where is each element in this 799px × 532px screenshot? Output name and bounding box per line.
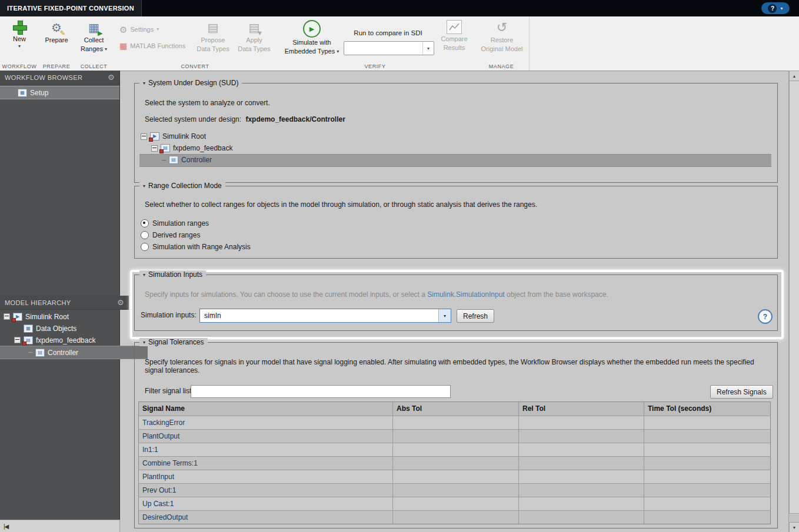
- cell-rel-tol[interactable]: [519, 443, 644, 457]
- cell-time-tol[interactable]: [644, 443, 770, 457]
- column-header-abs-tol[interactable]: Abs Tol: [393, 402, 519, 416]
- cell-abs-tol[interactable]: [393, 484, 519, 497]
- tree-item-simulink-root[interactable]: ▶ Simulink Root: [0, 310, 123, 323]
- filter-signal-input[interactable]: [191, 385, 451, 398]
- propose-data-types-button[interactable]: ▤ Propose Data Types: [194, 20, 232, 53]
- radio-derived-ranges[interactable]: Derived ranges: [141, 231, 200, 239]
- tree-item-fxpdemo-feedback[interactable]: ▤ fxpdemo_feedback: [0, 334, 134, 346]
- radio-icon[interactable]: [141, 243, 149, 251]
- cell-time-tol[interactable]: [644, 430, 770, 443]
- column-header-rel-tol[interactable]: Rel Tol: [519, 402, 644, 416]
- refresh-signals-button[interactable]: Refresh Signals: [710, 385, 773, 399]
- table-row[interactable]: Combine Terms:1: [139, 457, 770, 470]
- cell-signal-name[interactable]: Prev Out:1: [139, 484, 393, 497]
- cell-rel-tol[interactable]: [519, 430, 644, 443]
- matlab-functions-button[interactable]: ▦ MATLAB Functions: [119, 40, 185, 52]
- chevron-down-icon[interactable]: ▾: [438, 309, 451, 322]
- sud-tree-item-simulink-root[interactable]: ▶ Simulink Root: [141, 131, 206, 142]
- scrollbar-thumb[interactable]: [789, 81, 799, 514]
- refresh-button[interactable]: Refresh: [457, 309, 494, 323]
- data-objects-icon: ▦: [24, 324, 33, 333]
- controller-label: Controller: [48, 349, 78, 357]
- settings-button[interactable]: ⚙ Settings ▾: [119, 24, 159, 35]
- chevron-down-icon: ▾: [105, 47, 107, 52]
- cell-abs-tol[interactable]: [393, 416, 519, 430]
- tab-iterative-fixed-point-conversion[interactable]: ITERATIVE FIXED-POINT CONVERSION: [0, 0, 142, 16]
- cell-time-tol[interactable]: [644, 484, 770, 497]
- cell-signal-name[interactable]: In1:1: [139, 443, 393, 457]
- help-button[interactable]: ? ▾: [761, 2, 790, 14]
- cell-rel-tol[interactable]: [519, 484, 644, 497]
- table-row[interactable]: Up Cast:1: [139, 497, 770, 511]
- cell-abs-tol[interactable]: [393, 497, 519, 511]
- table-row[interactable]: Prev Out:1: [139, 484, 770, 497]
- cell-signal-name[interactable]: TrackingError: [139, 416, 393, 430]
- table-row[interactable]: DesiredOutput: [139, 511, 770, 524]
- tree-item-data-objects[interactable]: ▦ Data Objects: [0, 322, 143, 334]
- collect-ranges-button[interactable]: ▦ ▶ Collect Ranges ▾: [78, 20, 110, 53]
- cell-time-tol[interactable]: [644, 457, 770, 470]
- prepare-button[interactable]: ⚙ ✎ Prepare: [43, 20, 70, 44]
- radio-icon[interactable]: [141, 231, 149, 239]
- sud-tree-item-fxpdemo-feedback[interactable]: ▤ fxpdemo_feedback: [151, 142, 232, 154]
- tree-item-controller[interactable]: ─ ▤ Controller: [0, 346, 148, 359]
- cell-abs-tol[interactable]: [393, 511, 519, 524]
- cell-time-tol[interactable]: [644, 416, 770, 430]
- cell-time-tol[interactable]: [644, 497, 770, 511]
- cell-abs-tol[interactable]: [393, 457, 519, 470]
- range-mode-description: Select whether to collect ranges for obj…: [145, 200, 763, 209]
- column-header-time-tol[interactable]: Time Tol (seconds): [644, 402, 770, 416]
- apply-data-types-button[interactable]: ▤ ▼ Apply Data Types: [235, 20, 274, 53]
- cell-rel-tol[interactable]: [519, 416, 644, 430]
- cell-signal-name[interactable]: DesiredOutput: [139, 511, 393, 524]
- section-help-button[interactable]: ?: [758, 309, 773, 324]
- radio-simulation-range-analysis[interactable]: Simulation with Range Analysis: [141, 243, 251, 251]
- cell-signal-name[interactable]: PlantInput: [139, 470, 393, 484]
- collapse-sidebar-icon[interactable]: |◀: [4, 523, 8, 530]
- collapse-expander-icon[interactable]: [141, 133, 147, 140]
- cell-rel-tol[interactable]: [519, 511, 644, 524]
- cell-abs-tol[interactable]: [393, 470, 519, 484]
- table-row[interactable]: PlantOutput: [139, 430, 770, 443]
- sud-tree-item-controller[interactable]: ─ ▤ Controller: [162, 154, 212, 166]
- table-row[interactable]: In1:1: [139, 443, 770, 457]
- collapse-expander-icon[interactable]: [14, 337, 21, 343]
- cell-signal-name[interactable]: Combine Terms:1: [139, 457, 393, 470]
- cell-abs-tol[interactable]: [393, 430, 519, 443]
- chevron-down-icon[interactable]: ▾: [422, 42, 434, 55]
- restore-icon: ↺: [494, 20, 510, 35]
- sidebar-item-setup[interactable]: ▦ Setup: [0, 86, 119, 99]
- matlab-functions-label: MATLAB Functions: [130, 42, 185, 50]
- compare-results-button[interactable]: Compare Results: [437, 20, 472, 52]
- table-row[interactable]: PlantInput: [139, 470, 770, 484]
- collapse-section-icon[interactable]: ▾: [143, 81, 145, 86]
- simulink-root-icon: ▶: [150, 132, 159, 140]
- simulation-inputs-combobox[interactable]: simIn ▾: [199, 309, 451, 323]
- cell-rel-tol[interactable]: [519, 470, 644, 484]
- table-row[interactable]: TrackingError: [139, 416, 770, 430]
- collapse-section-icon[interactable]: ▾: [143, 272, 145, 277]
- collapse-expander-icon[interactable]: [4, 313, 10, 320]
- radio-icon[interactable]: [141, 219, 149, 227]
- cell-signal-name[interactable]: Up Cast:1: [139, 497, 393, 511]
- collect-ranges-label-line1: Collect: [84, 36, 104, 44]
- column-header-signal-name[interactable]: Signal Name: [139, 402, 393, 416]
- collapse-section-icon[interactable]: ▾: [143, 183, 145, 189]
- cell-abs-tol[interactable]: [393, 443, 519, 457]
- cell-rel-tol[interactable]: [519, 497, 644, 511]
- vertical-scrollbar[interactable]: ▲ ▼: [788, 71, 799, 532]
- new-button[interactable]: New ▾: [6, 20, 33, 49]
- cell-time-tol[interactable]: [644, 470, 770, 484]
- radio-simulation-ranges[interactable]: Simulation ranges: [141, 219, 209, 227]
- scroll-down-button[interactable]: ▼: [789, 522, 799, 532]
- cell-signal-name[interactable]: PlantOutput: [139, 430, 393, 443]
- simulate-embedded-types-button[interactable]: ▶ Simulate with Embedded Types ▾: [281, 20, 342, 55]
- collapse-expander-icon[interactable]: [151, 145, 158, 152]
- cell-time-tol[interactable]: [644, 511, 770, 524]
- gear-icon[interactable]: ⚙: [108, 73, 115, 81]
- restore-original-model-button[interactable]: ↺ Restore Original Model: [480, 20, 524, 53]
- cell-rel-tol[interactable]: [519, 457, 644, 470]
- run-to-compare-combobox[interactable]: ▾: [344, 41, 434, 55]
- gear-icon[interactable]: ⚙: [117, 299, 124, 306]
- collapse-section-icon[interactable]: ▾: [143, 340, 145, 345]
